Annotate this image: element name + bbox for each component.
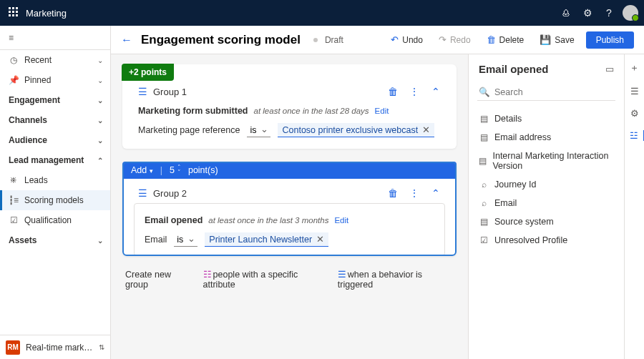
app-launcher-icon[interactable] <box>9 7 20 19</box>
field-icon: ▤ <box>479 217 489 227</box>
qualification-icon: ☑ <box>9 215 19 225</box>
filter-value-tag[interactable]: Contoso printer exclusive webcast ✕ <box>278 123 434 137</box>
create-new-group-link[interactable]: Create new group <box>125 270 195 290</box>
panel-item-journey-id[interactable]: ⌕Journey Id <box>472 175 621 194</box>
checkbox-icon: ☑ <box>479 235 489 245</box>
panel-search-input[interactable] <box>494 87 614 97</box>
nav-collapse-button[interactable]: ≡ <box>0 26 110 50</box>
chevron-down-icon: ⌄ <box>97 117 103 124</box>
chevron-down-icon: ⌄ <box>97 137 103 144</box>
group-delete-icon[interactable]: 🗑 <box>385 187 401 199</box>
condition-frequency: at least once in the last 3 months <box>208 216 328 225</box>
search-icon: 🔍 <box>479 87 490 97</box>
nav-section-engagement[interactable]: Engagement⌄ <box>0 90 110 110</box>
tool-rail: ＋ ☰ ⚙ ☳ <box>624 54 644 359</box>
panel-item-email[interactable]: ⌕Email <box>472 194 621 212</box>
toolrail-list-icon[interactable]: ☰ <box>625 86 645 97</box>
condition-edit-link[interactable]: Edit <box>375 107 389 115</box>
key-icon: ⌕ <box>479 198 489 208</box>
trash-icon: 🗑 <box>487 34 496 45</box>
nav-section-assets[interactable]: Assets⌄ <box>0 230 110 250</box>
notifications-icon[interactable]: 🕭 <box>555 7 577 19</box>
points-action-dropdown[interactable]: Add ▾ <box>131 165 153 175</box>
condition-edit-link[interactable]: Edit <box>334 216 348 225</box>
undo-button[interactable]: ↶Undo <box>386 31 427 48</box>
updown-icon: ⇅ <box>99 343 104 351</box>
condition-box: Email opened at least once in the last 3… <box>134 203 445 256</box>
scoring-canvas: +2 points ☰ Group 1 🗑 ⋮ ⌃ Marketing form… <box>111 54 468 359</box>
nav-pinned[interactable]: 📌 Pinned ⌄ <box>0 70 110 90</box>
area-label: Real-time marketi… <box>26 343 93 353</box>
condition-frequency: at least once in the last 28 days <box>254 107 369 115</box>
chevron-down-icon: ▾ <box>150 167 153 174</box>
group-collapse-icon[interactable]: ⌃ <box>428 187 444 199</box>
publish-button[interactable]: Publish <box>586 31 634 49</box>
field-icon: ▤ <box>479 132 489 142</box>
nav-section-audience[interactable]: Audience⌄ <box>0 130 110 150</box>
group-more-icon[interactable]: ⋮ <box>406 86 422 97</box>
status-dot-icon <box>313 38 318 42</box>
points-badge: +2 points <box>122 64 174 81</box>
nav-scoring-models[interactable]: ┇≡ Scoring models <box>0 190 110 210</box>
tag-remove-icon[interactable]: ✕ <box>422 124 430 135</box>
tag-remove-icon[interactable]: ✕ <box>316 234 324 245</box>
nav-section-channels[interactable]: Channels⌄ <box>0 110 110 130</box>
toolrail-elements-icon[interactable]: ☳ <box>625 130 645 141</box>
filter-field: Email <box>145 235 167 245</box>
key-icon: ⌕ <box>479 180 489 190</box>
field-icon: ▤ <box>479 156 487 166</box>
nav-qualification[interactable]: ☑ Qualification <box>0 210 110 230</box>
group-name: Group 1 <box>153 87 379 97</box>
chevron-down-icon: ⌄ <box>97 77 103 84</box>
scoring-icon: ┇≡ <box>9 195 19 205</box>
site-nav: ≡ ◷ Recent ⌄ 📌 Pinned ⌄ Engagement⌄ Chan… <box>0 26 111 359</box>
settings-gear-icon[interactable]: ⚙ <box>577 7 598 19</box>
area-switcher[interactable]: RM Real-time marketi… ⇅ <box>0 335 110 359</box>
save-icon: 💾 <box>540 34 551 45</box>
filter-operator-dropdown[interactable]: is <box>174 233 197 247</box>
back-button[interactable]: ← <box>121 34 132 46</box>
score-group-1[interactable]: +2 points ☰ Group 1 🗑 ⋮ ⌃ Marketing form… <box>122 64 457 149</box>
filter-operator-dropdown[interactable]: is <box>247 124 270 137</box>
panel-item-interaction-version[interactable]: ▤Internal Marketing Interaction Version <box>472 147 621 175</box>
global-app-bar: Marketing 🕭 ⚙ ? <box>0 0 644 26</box>
user-avatar[interactable] <box>623 5 638 21</box>
nav-recent[interactable]: ◷ Recent ⌄ <box>0 50 110 70</box>
page-title: Engagement scoring model <box>141 33 301 47</box>
panel-item-details[interactable]: ▤Details <box>472 109 621 128</box>
main-region: ← Engagement scoring model Draft ↶Undo ↷… <box>111 26 644 359</box>
panel-pin-icon[interactable]: ▭ <box>605 64 614 74</box>
score-group-2[interactable]: Add ▾ | 5 ˄˅ point(s) ☰ Group 2 🗑 ⋮ ⌃ <box>122 162 457 256</box>
points-unit: point(s) <box>188 165 218 175</box>
chevron-down-icon: ⌄ <box>97 237 103 245</box>
group-more-icon[interactable]: ⋮ <box>406 187 422 199</box>
filter-value-tag[interactable]: Printer Launch Newsletter ✕ <box>205 232 328 247</box>
nav-leads[interactable]: ⛯ Leads <box>0 170 110 190</box>
nav-qualification-label: Qualification <box>24 215 103 225</box>
panel-item-unresolved-profile[interactable]: ☑Unresolved Profile <box>472 231 621 250</box>
toolrail-add-icon[interactable]: ＋ <box>625 62 645 74</box>
condition-title: Marketing form submitted <box>138 106 248 116</box>
updown-icon: ˄˅ <box>177 165 181 175</box>
panel-item-source-system[interactable]: ▤Source system <box>472 212 621 231</box>
panel-title: Email opened <box>479 63 605 75</box>
filter-field: Marketing page reference <box>138 125 240 135</box>
undo-icon: ↶ <box>391 34 399 45</box>
create-attribute-group-link[interactable]: ☷people with a specific attribute <box>203 269 329 290</box>
delete-button[interactable]: 🗑Delete <box>482 31 529 48</box>
behavior-icon: ☰ <box>338 269 346 280</box>
nav-section-lead-management[interactable]: Lead management⌃ <box>0 150 110 170</box>
chevron-down-icon: ⌄ <box>97 97 103 104</box>
redo-icon: ↷ <box>439 34 447 45</box>
points-edit-strip: Add ▾ | 5 ˄˅ point(s) <box>122 162 457 179</box>
panel-item-email-address[interactable]: ▤Email address <box>472 128 621 147</box>
save-button[interactable]: 💾Save <box>535 31 578 48</box>
group-collapse-icon[interactable]: ⌃ <box>428 86 444 97</box>
points-number-input[interactable]: 5 ˄˅ <box>170 165 181 175</box>
help-icon[interactable]: ? <box>598 7 620 19</box>
details-icon: ▤ <box>479 114 489 124</box>
create-behavior-group-link[interactable]: ☰when a behavior is triggered <box>338 269 457 290</box>
toolrail-settings-icon[interactable]: ⚙ <box>625 108 645 119</box>
group-delete-icon[interactable]: 🗑 <box>385 86 401 97</box>
panel-search-box[interactable]: 🔍 <box>477 84 615 101</box>
